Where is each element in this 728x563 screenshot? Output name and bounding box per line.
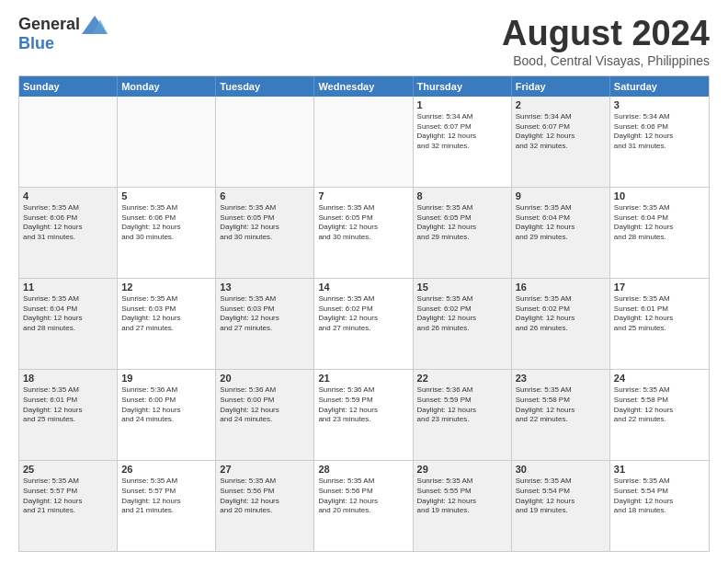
- table-row: 27Sunrise: 5:35 AM Sunset: 5:56 PM Dayli…: [216, 461, 314, 551]
- calendar-row-4: 25Sunrise: 5:35 AM Sunset: 5:57 PM Dayli…: [19, 460, 709, 551]
- day-info: Sunrise: 5:35 AM Sunset: 5:57 PM Dayligh…: [121, 477, 211, 516]
- day-info: Sunrise: 5:35 AM Sunset: 6:03 PM Dayligh…: [220, 294, 310, 334]
- table-row: 22Sunrise: 5:36 AM Sunset: 5:59 PM Dayli…: [414, 370, 512, 460]
- day-number: 11: [23, 282, 113, 293]
- day-number: 9: [516, 190, 606, 201]
- table-row: [118, 97, 216, 187]
- day-number: 28: [318, 464, 408, 475]
- day-info: Sunrise: 5:35 AM Sunset: 6:02 PM Dayligh…: [318, 294, 408, 334]
- day-number: 27: [220, 464, 310, 475]
- table-row: 28Sunrise: 5:35 AM Sunset: 5:56 PM Dayli…: [314, 461, 413, 551]
- day-info: Sunrise: 5:35 AM Sunset: 6:05 PM Dayligh…: [220, 203, 310, 243]
- day-number: 19: [121, 373, 211, 384]
- day-info: Sunrise: 5:35 AM Sunset: 6:04 PM Dayligh…: [23, 294, 113, 334]
- day-info: Sunrise: 5:35 AM Sunset: 6:05 PM Dayligh…: [417, 203, 507, 243]
- day-info: Sunrise: 5:35 AM Sunset: 6:04 PM Dayligh…: [516, 203, 606, 243]
- day-info: Sunrise: 5:35 AM Sunset: 6:01 PM Dayligh…: [614, 294, 705, 334]
- day-info: Sunrise: 5:35 AM Sunset: 6:04 PM Dayligh…: [614, 203, 705, 243]
- table-row: 16Sunrise: 5:35 AM Sunset: 6:02 PM Dayli…: [512, 279, 610, 369]
- calendar-row-1: 4Sunrise: 5:35 AM Sunset: 6:06 PM Daylig…: [19, 187, 709, 278]
- day-number: 3: [614, 99, 705, 110]
- table-row: 25Sunrise: 5:35 AM Sunset: 5:57 PM Dayli…: [19, 461, 118, 551]
- day-info: Sunrise: 5:36 AM Sunset: 5:59 PM Dayligh…: [318, 385, 408, 425]
- table-row: 17Sunrise: 5:35 AM Sunset: 6:01 PM Dayli…: [610, 279, 709, 369]
- table-row: 10Sunrise: 5:35 AM Sunset: 6:04 PM Dayli…: [610, 188, 709, 278]
- day-info: Sunrise: 5:35 AM Sunset: 6:06 PM Dayligh…: [121, 203, 211, 243]
- table-row: 11Sunrise: 5:35 AM Sunset: 6:04 PM Dayli…: [19, 279, 118, 369]
- day-number: 4: [23, 190, 113, 201]
- table-row: 30Sunrise: 5:35 AM Sunset: 5:54 PM Dayli…: [512, 461, 610, 551]
- header: General Blue August 2024 Bood, Central V…: [18, 15, 710, 68]
- table-row: 1Sunrise: 5:34 AM Sunset: 6:07 PM Daylig…: [414, 97, 512, 187]
- table-row: 5Sunrise: 5:35 AM Sunset: 6:06 PM Daylig…: [118, 188, 216, 278]
- day-number: 17: [614, 282, 705, 293]
- table-row: [314, 97, 413, 187]
- header-tuesday: Tuesday: [216, 76, 314, 97]
- day-info: Sunrise: 5:35 AM Sunset: 6:05 PM Dayligh…: [318, 203, 408, 243]
- table-row: 19Sunrise: 5:36 AM Sunset: 6:00 PM Dayli…: [118, 370, 216, 460]
- day-info: Sunrise: 5:36 AM Sunset: 6:00 PM Dayligh…: [121, 385, 211, 425]
- header-wednesday: Wednesday: [314, 76, 413, 97]
- table-row: 18Sunrise: 5:35 AM Sunset: 6:01 PM Dayli…: [19, 370, 118, 460]
- table-row: 4Sunrise: 5:35 AM Sunset: 6:06 PM Daylig…: [19, 188, 118, 278]
- logo-blue-text: Blue: [18, 34, 54, 53]
- day-number: 1: [417, 99, 507, 110]
- logo-general-text: General: [18, 15, 80, 34]
- day-number: 25: [23, 464, 113, 475]
- calendar-body: 1Sunrise: 5:34 AM Sunset: 6:07 PM Daylig…: [19, 97, 709, 551]
- day-number: 24: [614, 373, 705, 384]
- day-info: Sunrise: 5:35 AM Sunset: 6:02 PM Dayligh…: [417, 294, 507, 334]
- day-info: Sunrise: 5:35 AM Sunset: 6:02 PM Dayligh…: [516, 294, 606, 334]
- day-number: 10: [614, 190, 705, 201]
- day-info: Sunrise: 5:35 AM Sunset: 5:56 PM Dayligh…: [220, 477, 310, 516]
- calendar-row-3: 18Sunrise: 5:35 AM Sunset: 6:01 PM Dayli…: [19, 369, 709, 460]
- table-row: 26Sunrise: 5:35 AM Sunset: 5:57 PM Dayli…: [118, 461, 216, 551]
- day-info: Sunrise: 5:35 AM Sunset: 5:58 PM Dayligh…: [516, 385, 606, 425]
- table-row: 21Sunrise: 5:36 AM Sunset: 5:59 PM Dayli…: [314, 370, 413, 460]
- table-row: 14Sunrise: 5:35 AM Sunset: 6:02 PM Dayli…: [314, 279, 413, 369]
- header-sunday: Sunday: [19, 76, 118, 97]
- day-info: Sunrise: 5:35 AM Sunset: 6:03 PM Dayligh…: [121, 294, 211, 334]
- day-number: 18: [23, 373, 113, 384]
- day-number: 7: [318, 190, 408, 201]
- day-number: 26: [121, 464, 211, 475]
- day-number: 12: [121, 282, 211, 293]
- day-number: 5: [121, 190, 211, 201]
- day-info: Sunrise: 5:36 AM Sunset: 5:59 PM Dayligh…: [417, 385, 507, 425]
- day-number: 31: [614, 464, 705, 475]
- logo-icon: [82, 16, 108, 34]
- table-row: 20Sunrise: 5:36 AM Sunset: 6:00 PM Dayli…: [216, 370, 314, 460]
- day-info: Sunrise: 5:34 AM Sunset: 6:07 PM Dayligh…: [417, 112, 507, 152]
- table-row: 12Sunrise: 5:35 AM Sunset: 6:03 PM Dayli…: [118, 279, 216, 369]
- location: Bood, Central Visayas, Philippines: [502, 53, 710, 68]
- day-info: Sunrise: 5:34 AM Sunset: 6:06 PM Dayligh…: [614, 112, 705, 152]
- day-info: Sunrise: 5:36 AM Sunset: 6:00 PM Dayligh…: [220, 385, 310, 425]
- day-info: Sunrise: 5:35 AM Sunset: 5:54 PM Dayligh…: [516, 477, 606, 516]
- header-thursday: Thursday: [414, 76, 512, 97]
- day-number: 15: [417, 282, 507, 293]
- calendar: Sunday Monday Tuesday Wednesday Thursday…: [18, 75, 710, 552]
- day-number: 2: [516, 99, 606, 110]
- table-row: 3Sunrise: 5:34 AM Sunset: 6:06 PM Daylig…: [610, 97, 709, 187]
- day-info: Sunrise: 5:35 AM Sunset: 6:01 PM Dayligh…: [23, 385, 113, 425]
- day-info: Sunrise: 5:35 AM Sunset: 5:54 PM Dayligh…: [614, 477, 705, 516]
- day-number: 22: [417, 373, 507, 384]
- table-row: 9Sunrise: 5:35 AM Sunset: 6:04 PM Daylig…: [512, 188, 610, 278]
- day-number: 8: [417, 190, 507, 201]
- table-row: 15Sunrise: 5:35 AM Sunset: 6:02 PM Dayli…: [414, 279, 512, 369]
- day-number: 23: [516, 373, 606, 384]
- day-number: 21: [318, 373, 408, 384]
- calendar-row-0: 1Sunrise: 5:34 AM Sunset: 6:07 PM Daylig…: [19, 97, 709, 187]
- day-info: Sunrise: 5:35 AM Sunset: 5:57 PM Dayligh…: [23, 477, 113, 516]
- day-number: 6: [220, 190, 310, 201]
- page: General Blue August 2024 Bood, Central V…: [0, 0, 728, 563]
- day-number: 30: [516, 464, 606, 475]
- header-friday: Friday: [512, 76, 610, 97]
- table-row: 8Sunrise: 5:35 AM Sunset: 6:05 PM Daylig…: [414, 188, 512, 278]
- day-info: Sunrise: 5:34 AM Sunset: 6:07 PM Dayligh…: [516, 112, 606, 152]
- day-number: 29: [417, 464, 507, 475]
- table-row: 2Sunrise: 5:34 AM Sunset: 6:07 PM Daylig…: [512, 97, 610, 187]
- day-number: 13: [220, 282, 310, 293]
- header-saturday: Saturday: [610, 76, 709, 97]
- calendar-header: Sunday Monday Tuesday Wednesday Thursday…: [19, 76, 709, 97]
